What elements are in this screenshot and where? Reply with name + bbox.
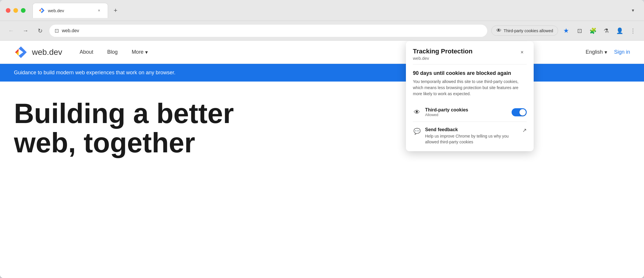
cookie-badge-label: Third-party cookies allowed (504, 28, 553, 33)
tab-bar: web.dev × + ▾ (33, 3, 638, 18)
new-tab-button[interactable]: + (110, 5, 121, 16)
active-tab[interactable]: web.dev × (33, 3, 108, 18)
hero-title-line1: Building a better (14, 98, 234, 129)
menu-button[interactable]: ⋮ (628, 26, 638, 36)
popup-close-button[interactable]: × (517, 48, 527, 57)
cookie-toggle-row: 👁 Third-party cookies Allowed (406, 103, 534, 122)
external-link-icon[interactable]: ↗ (522, 127, 527, 133)
svg-marker-0 (41, 8, 44, 13)
popup-title-group: Tracking Protection web.dev (413, 48, 472, 61)
popup-subtitle: web.dev (413, 56, 472, 61)
star-icon: ★ (563, 27, 569, 35)
back-button[interactable]: ← (6, 26, 16, 36)
tab-title: web.dev (48, 8, 93, 13)
reload-button[interactable]: ↻ (35, 26, 45, 36)
traffic-lights (6, 8, 26, 13)
cookie-info: Third-party cookies Allowed (425, 107, 508, 117)
feedback-icon: 💬 (413, 128, 421, 135)
bookmark-button[interactable]: ★ (561, 26, 571, 36)
back-icon: ← (8, 27, 14, 34)
menu-icon: ⋮ (630, 27, 636, 34)
feedback-label: Send feedback (425, 127, 518, 132)
screenshot-button[interactable]: ⊡ (574, 26, 585, 36)
nav-right: English ▾ Sign in (586, 49, 630, 55)
popup-title: Tracking Protection (413, 48, 472, 55)
toolbar-right: 👁 Third-party cookies allowed ★ ⊡ 🧩 ⚗ 👤 … (491, 26, 638, 36)
cookie-toggle[interactable] (512, 108, 527, 116)
cookie-eye-icon: 👁 (413, 109, 421, 116)
forward-button[interactable]: → (20, 26, 31, 36)
profile-icon: 👤 (616, 27, 623, 34)
lab-icon: ⚗ (604, 27, 609, 34)
forward-icon: → (23, 27, 28, 34)
eye-icon: 👁 (496, 28, 501, 34)
hero-title-line2: web, together (14, 127, 195, 158)
extensions-button[interactable]: 🧩 (588, 26, 598, 36)
cookie-label: Third-party cookies (425, 107, 508, 113)
chevron-down-icon: ▾ (145, 49, 148, 55)
minimize-window-button[interactable] (13, 8, 18, 13)
popup-header: Tracking Protection web.dev × (406, 41, 534, 64)
language-button[interactable]: English ▾ (586, 49, 607, 55)
feedback-info: Send feedback Help us improve Chrome by … (425, 127, 518, 145)
page-content: web.dev About Blog More ▾ English ▾ Sign… (0, 41, 644, 278)
hero-title: Building a better web, together (14, 99, 246, 158)
reload-icon: ↻ (38, 27, 43, 34)
lab-button[interactable]: ⚗ (601, 26, 611, 36)
address-url: web.dev (62, 28, 482, 33)
popup-warning-section: 90 days until cookies are blocked again … (406, 64, 534, 103)
tab-favicon (39, 7, 45, 14)
extensions-icon: 🧩 (589, 27, 597, 34)
banner-text: Guidance to build modern web experiences… (14, 70, 175, 75)
address-input[interactable]: ⊡ web.dev (49, 25, 487, 37)
nav-blog[interactable]: Blog (107, 49, 118, 55)
language-arrow-icon: ▾ (605, 49, 607, 55)
nav-about[interactable]: About (80, 49, 93, 55)
cookie-badge-button[interactable]: 👁 Third-party cookies allowed (491, 26, 558, 36)
site-banner: Guidance to build modern web experiences… (0, 64, 644, 82)
sign-in-button[interactable]: Sign in (614, 49, 630, 55)
tab-list-button[interactable]: ▾ (628, 5, 638, 16)
site-header: web.dev About Blog More ▾ English ▾ Sign… (0, 41, 644, 64)
site-logo[interactable]: web.dev (14, 45, 62, 59)
hero-section: Building a better web, together (0, 82, 644, 175)
feedback-text: Help us improve Chrome by telling us why… (425, 133, 518, 145)
close-window-button[interactable] (6, 8, 10, 13)
language-label: English (586, 49, 603, 55)
maximize-window-button[interactable] (21, 8, 26, 13)
site-nav: About Blog More ▾ (80, 49, 148, 55)
cookie-status: Allowed (425, 113, 508, 117)
address-security-icon: ⊡ (55, 28, 59, 34)
svg-marker-3 (19, 46, 27, 58)
screenshot-icon: ⊡ (577, 27, 582, 34)
feedback-row: 💬 Send feedback Help us improve Chrome b… (406, 122, 534, 151)
title-bar: web.dev × + ▾ (0, 0, 644, 21)
site-logo-text: web.dev (32, 48, 62, 57)
site-logo-icon (14, 45, 28, 59)
browser-window: web.dev × + ▾ ← → ↻ ⊡ web.dev 👁 Third-pa… (0, 0, 644, 278)
tracking-protection-popup: Tracking Protection web.dev × 90 days un… (406, 41, 534, 151)
tab-close-button[interactable]: × (96, 8, 102, 13)
cookies-warning-text: You temporarily allowed this site to use… (413, 79, 527, 97)
address-bar: ← → ↻ ⊡ web.dev 👁 Third-party cookies al… (0, 21, 644, 41)
nav-more[interactable]: More ▾ (132, 49, 148, 55)
profile-button[interactable]: 👤 (614, 26, 625, 36)
cookies-warning-title: 90 days until cookies are blocked again (413, 70, 527, 76)
